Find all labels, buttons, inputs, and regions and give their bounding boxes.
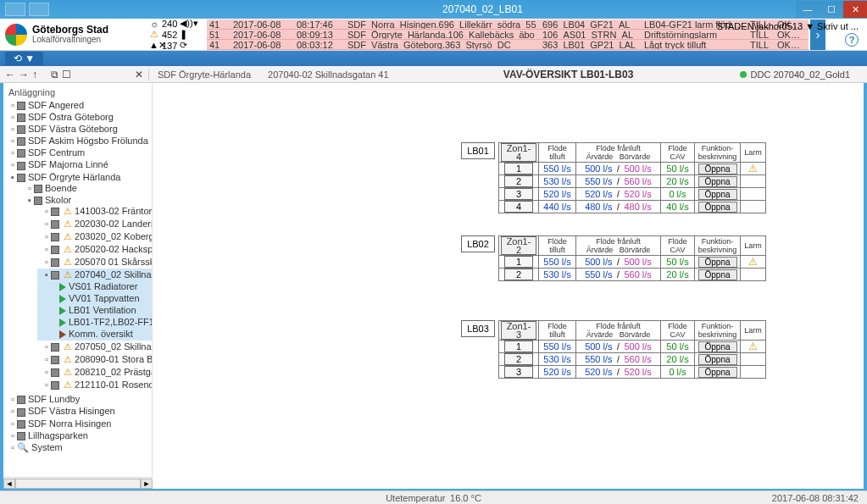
- brand-line2: Lokalförvaltningen: [32, 35, 108, 45]
- tree-item[interactable]: ▫⚠ 208090-01 Stora Böskolan: [37, 353, 152, 366]
- zone-range-button[interactable]: Zon1-4: [501, 143, 536, 162]
- tree-item[interactable]: ▫SDF Askim Högsbo Frölunda: [3, 135, 152, 147]
- status-timestamp: 2017-06-08 08:31:42: [772, 493, 859, 503]
- titlebar-control[interactable]: [5, 3, 25, 16]
- tree-leaf[interactable]: LB01 Ventilation: [54, 304, 152, 316]
- scroll-left-icon[interactable]: ◄: [3, 479, 15, 489]
- tree-item[interactable]: ▫⚠ 205020-02 Hackspettsgatan: [37, 243, 152, 256]
- open-button[interactable]: Öppna: [698, 163, 737, 174]
- alarm-icon[interactable]: ⚠: [748, 256, 758, 268]
- alarm-icon[interactable]: ⚠: [748, 163, 758, 174]
- hdr-larm: Larm: [741, 321, 766, 341]
- user-label[interactable]: STADEN\jakhor0513 ▼: [717, 21, 814, 31]
- tree-item[interactable]: ▫SDF Östra Göteborg: [3, 111, 152, 123]
- tree-item[interactable]: ▫⚠ 203020_02 Kobergsgatan 32: [37, 230, 152, 243]
- flow-bor: 480 l/s: [624, 202, 651, 212]
- banner: Göteborgs Stad Lokalförvaltningen ☼240◀)…: [0, 19, 867, 51]
- flow-ar: 500 l/s: [585, 341, 612, 352]
- hdr-larm: Larm: [741, 236, 766, 256]
- alarm-cell-time: 08:09:13: [294, 30, 345, 39]
- zone-number[interactable]: 4: [504, 201, 533, 213]
- tree-sidebar[interactable]: Anläggning ▫SDF Angered▫SDF Östra Götebo…: [3, 83, 153, 489]
- zone-number[interactable]: 2: [504, 175, 533, 187]
- zone-number[interactable]: 3: [504, 366, 533, 378]
- open-button[interactable]: Öppna: [698, 202, 737, 213]
- sidebar-scrollbar[interactable]: ◄ ►: [3, 477, 153, 489]
- flow-cav: 20 l/s: [666, 269, 688, 280]
- tree-item[interactable]: ▫SDF Västra Göteborg: [3, 123, 152, 135]
- zone-number[interactable]: 2: [504, 269, 533, 280]
- tree-item[interactable]: ▫⚠ 202030-02 Landerigatan: [37, 218, 152, 230]
- paste-icon[interactable]: ☐: [62, 69, 71, 80]
- tree-item[interactable]: ▪⚠ 207040_02 Skillnadsgatan förs...VS01 …: [37, 269, 152, 341]
- unit-LB03: LB03 Zon1-3 Flödetilluft Flöde frånluftÄ…: [461, 320, 766, 379]
- open-button[interactable]: Öppna: [698, 354, 737, 365]
- counter-extra[interactable]: ❚: [180, 29, 187, 40]
- tree-item[interactable]: ▫⚠ 207050_02 Skillnadsgatan 36: [37, 341, 152, 353]
- open-button[interactable]: Öppna: [698, 176, 737, 187]
- tree-header: Anläggning: [3, 86, 152, 99]
- toolbar: ← → ↑ ⧉ ☐ ✕ SDF Örgryte-Härlanda 207040-…: [0, 66, 867, 83]
- nav-back-icon[interactable]: ←: [5, 69, 15, 80]
- scroll-right-icon[interactable]: ►: [141, 479, 153, 489]
- tree-item[interactable]: ▫SDF Västra Hisingen: [3, 405, 152, 417]
- nav-up-icon[interactable]: ↑: [32, 69, 37, 80]
- zone-range-button[interactable]: Zon1-3: [501, 321, 536, 340]
- tree-item[interactable]: ▫SDF Angered: [3, 99, 152, 111]
- tree-item[interactable]: ▫SDF Lundby: [3, 393, 152, 405]
- tree-item[interactable]: ▫⚠ 205070 01 Skårsskolan: [37, 256, 152, 269]
- tree-item[interactable]: ▫SDF Norra Hisingen: [3, 418, 152, 429]
- zone-number[interactable]: 1: [504, 341, 533, 352]
- help-icon[interactable]: ?: [845, 33, 859, 47]
- open-button[interactable]: Öppna: [698, 269, 737, 280]
- flow-tilluft: 530 l/s: [543, 176, 570, 186]
- tree-item[interactable]: ▫⚠ 141003-02 Fräntorpskolan: [37, 205, 152, 218]
- zone-range-button[interactable]: Zon1-2: [501, 236, 536, 255]
- open-button[interactable]: Öppna: [698, 257, 737, 268]
- tree-item[interactable]: ▫Boende: [20, 182, 152, 194]
- counter-extra[interactable]: ◀))▾: [180, 18, 197, 29]
- minimize-button[interactable]: [796, 1, 820, 18]
- alarm-cell-n: 41: [207, 40, 231, 49]
- open-button[interactable]: Öppna: [698, 367, 737, 378]
- tree-item[interactable]: ▫Lillhagsparken: [3, 429, 152, 441]
- flow-cav: 50 l/s: [666, 341, 688, 352]
- breadcrumb-2[interactable]: 207040-02 Skillnadsgatan 41: [259, 69, 397, 80]
- brand-logo: Göteborgs Stad Lokalförvaltningen: [5, 24, 149, 46]
- hdr-flode: Flödetilluft: [539, 236, 576, 256]
- tree-item[interactable]: ▫⚠ 212110-01 Rosendalsskolan: [37, 379, 152, 391]
- nav-fwd-icon[interactable]: →: [19, 69, 29, 80]
- alarm-icon[interactable]: ⚠: [748, 341, 758, 352]
- tree-item[interactable]: ▪Skolor▫⚠ 141003-02 Fräntorpskolan▫⚠ 202…: [20, 194, 152, 393]
- workspace: Anläggning ▫SDF Angered▫SDF Östra Götebo…: [3, 83, 864, 489]
- open-button[interactable]: Öppna: [698, 189, 737, 200]
- counter-extra[interactable]: ⟳: [180, 40, 187, 51]
- window-titlebar: 207040_02_LB01: [0, 0, 867, 19]
- zone-number[interactable]: 2: [504, 353, 533, 365]
- temp-value: 16.0 °C: [450, 493, 481, 503]
- tree-item[interactable]: ▫SDF Majorna Linné: [3, 158, 152, 170]
- tree-item[interactable]: ▪SDF Örgryte Härlanda▫Boende▪Skolor▫⚠ 14…: [3, 171, 152, 394]
- tree-leaf[interactable]: VS01 Radiatorer: [54, 280, 152, 292]
- tree-item[interactable]: ▫SDF Centrum: [3, 147, 152, 158]
- tree-leaf[interactable]: LB01-TF2,LB02-FF1: [54, 316, 152, 328]
- breadcrumb-1[interactable]: SDF Örgryte-Härlanda: [149, 69, 259, 80]
- undo-menu[interactable]: ⟲ ▼: [5, 52, 43, 65]
- unit-label: LB03: [461, 320, 495, 337]
- open-button[interactable]: Öppna: [698, 341, 737, 352]
- signout-link[interactable]: Skriv ut ...: [817, 21, 859, 31]
- titlebar-control[interactable]: [29, 3, 49, 16]
- zone-number[interactable]: 3: [504, 188, 533, 200]
- copy-icon[interactable]: ⧉: [51, 69, 58, 80]
- zone-number[interactable]: 1: [504, 163, 533, 174]
- settings-icon[interactable]: ✕: [135, 69, 143, 80]
- tree-leaf[interactable]: Komm. översikt: [54, 328, 152, 340]
- tree-item[interactable]: ▫🔍 System: [3, 441, 152, 454]
- maximize-button[interactable]: [820, 1, 843, 18]
- close-button[interactable]: [843, 1, 867, 18]
- scroll-track[interactable]: [15, 479, 141, 489]
- flow-tilluft: 550 l/s: [543, 341, 570, 352]
- zone-number[interactable]: 1: [504, 256, 533, 268]
- tree-leaf[interactable]: VV01 Tappvatten: [54, 292, 152, 304]
- tree-item[interactable]: ▫⚠ 208210_02 Prästgårdsgatan 44: [37, 366, 152, 379]
